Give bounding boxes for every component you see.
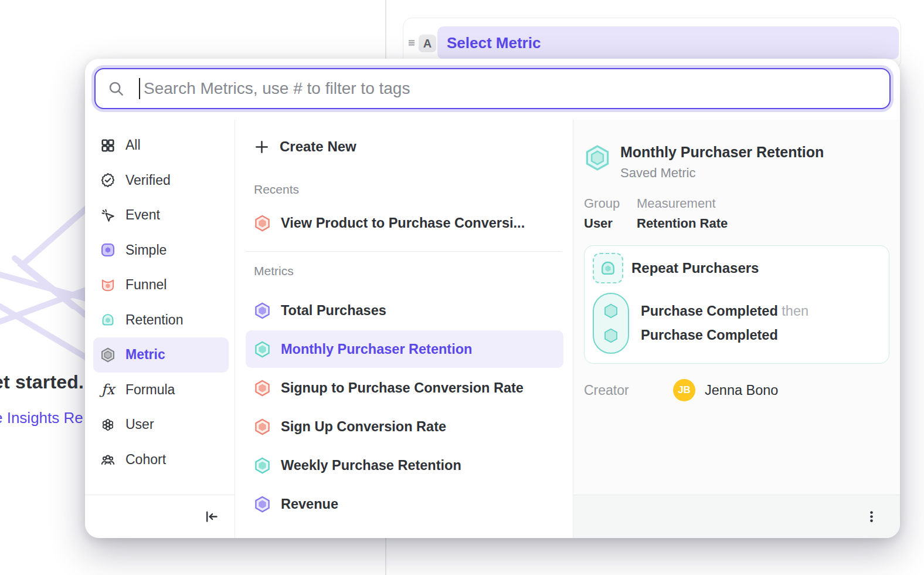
retention-hexagon-icon [254,341,271,358]
creator-label: Creator [584,383,673,398]
search-box[interactable] [94,68,891,109]
formula-fx-icon: ƒx [100,382,116,397]
sidebar-item-retention[interactable]: Retention [93,303,229,338]
sidebar-item-cohort[interactable]: Cohort [93,442,229,478]
sidebar-item-label: Simple [125,242,167,258]
select-metric-label: Select Metric [447,34,541,52]
sidebar-item-label: Funnel [125,277,167,293]
list-item-label: View Product to Purchase Conversi... [281,215,525,231]
cohort-people-icon [100,452,116,467]
list-item-label: Sign Up Conversion Rate [281,419,446,435]
sidebar-item-event[interactable]: Event [93,198,229,233]
search-icon [107,80,125,97]
cohort-step-1: Purchase Completed then [641,299,808,323]
measurement-label: Measurement [637,196,728,211]
funnel-hexagon-icon [254,380,271,397]
retention-hexagon-icon [254,457,271,474]
cohort-card-title: Repeat Purchasers [631,260,759,276]
list-item-label: Monthly Purchaser Retention [281,341,472,357]
sidebar-item-label: Event [125,207,160,223]
sidebar-item-metric[interactable]: Metric [93,337,229,373]
background-headline: et started. [0,371,84,393]
list-item-label: Total Purchases [281,303,386,319]
filter-sidebar: All Verified Event [85,120,235,538]
group-label: Group [584,196,637,211]
kebab-menu-icon[interactable] [864,509,879,524]
detail-subtitle: Saved Metric [620,165,824,181]
metric-hexagon-icon [254,302,271,319]
detail-footer [573,495,900,538]
retention-arch-icon [599,259,617,277]
sidebar-item-formula[interactable]: ƒx Formula [93,373,229,408]
funnel-hexagon-icon [254,418,271,435]
list-item-label: Revenue [281,496,338,512]
event-hexagon-icon [603,328,619,343]
sidebar-item-verified[interactable]: Verified [93,163,229,198]
funnel-hexagon-icon [254,215,271,232]
metric-list-column: Create New Recents View Product to Purch… [235,120,573,538]
list-divider [246,251,562,252]
sidebar-item-user[interactable]: User [93,407,229,442]
event-cursor-icon [100,208,116,223]
drag-handle-icon[interactable] [406,37,417,49]
retention-hexagon-icon [584,144,611,171]
simple-metric-icon [100,242,116,258]
step-connector: then [782,303,808,319]
search-section [85,59,900,120]
metric-detail-panel: Monthly Purchaser Retention Saved Metric… [573,120,900,538]
sidebar-item-label: Cohort [125,452,166,468]
metric-hexagon-icon [100,347,116,363]
recents-section-label: Recents [254,181,563,198]
metric-hexagon-icon [254,496,271,513]
list-item-revenue[interactable]: Revenue [246,485,563,523]
verified-badge-icon [100,172,116,188]
plus-icon [254,139,270,155]
cohort-definition-card: Repeat Purchasers Purchase Comp [584,245,889,364]
select-metric-button[interactable]: Select Metric [437,26,899,59]
event-hexagon-icon [603,303,619,319]
search-input[interactable] [140,79,889,98]
list-item-total-purchases[interactable]: Total Purchases [246,292,563,329]
metric-picker-modal: All Verified Event [85,59,900,538]
sidebar-item-label: Verified [125,172,171,188]
create-new-button[interactable]: Create New [246,129,563,164]
clause-letter-badge: A [419,35,436,52]
measurement-value: Retention Rate [637,216,728,231]
background-insights-link[interactable]: e Insights Re [0,409,83,427]
sidebar-footer [85,495,235,538]
list-item-recent-0[interactable]: View Product to Purchase Conversi... [246,204,563,242]
sidebar-item-label: All [125,137,141,153]
list-item-label: Signup to Purchase Conversion Rate [281,380,524,396]
creator-avatar: JB [673,379,695,401]
retention-icon [100,312,116,327]
sidebar-item-label: User [125,417,154,432]
event-sequence-capsule [593,293,629,354]
collapse-sidebar-icon[interactable] [203,509,219,525]
detail-title: Monthly Purchaser Retention [620,143,824,161]
list-item-monthly-purchaser-retention[interactable]: Monthly Purchaser Retention [246,330,563,368]
list-item-label: Weekly Purchase Retention [281,458,461,473]
user-honeycomb-icon [100,417,116,432]
list-item-signup-to-purchase-conversion-rate[interactable]: Signup to Purchase Conversion Rate [246,369,563,407]
group-value: User [584,216,637,231]
grid-icon [100,138,116,153]
cohort-step-2: Purchase Completed [641,323,808,347]
cohort-icon-box [593,253,623,283]
funnel-icon [100,278,116,293]
sidebar-item-simple[interactable]: Simple [93,233,229,268]
creator-name: Jenna Bono [705,383,778,398]
create-new-label: Create New [280,138,356,155]
sidebar-item-label: Formula [125,382,175,398]
sidebar-item-label: Metric [125,347,165,363]
sidebar-item-funnel[interactable]: Funnel [93,268,229,303]
sidebar-item-all[interactable]: All [93,128,229,163]
list-item-weekly-purchase-retention[interactable]: Weekly Purchase Retention [246,447,563,484]
list-item-sign-up-conversion-rate[interactable]: Sign Up Conversion Rate [246,408,563,445]
metrics-section-label: Metrics [254,262,563,280]
sidebar-item-label: Retention [125,312,183,328]
